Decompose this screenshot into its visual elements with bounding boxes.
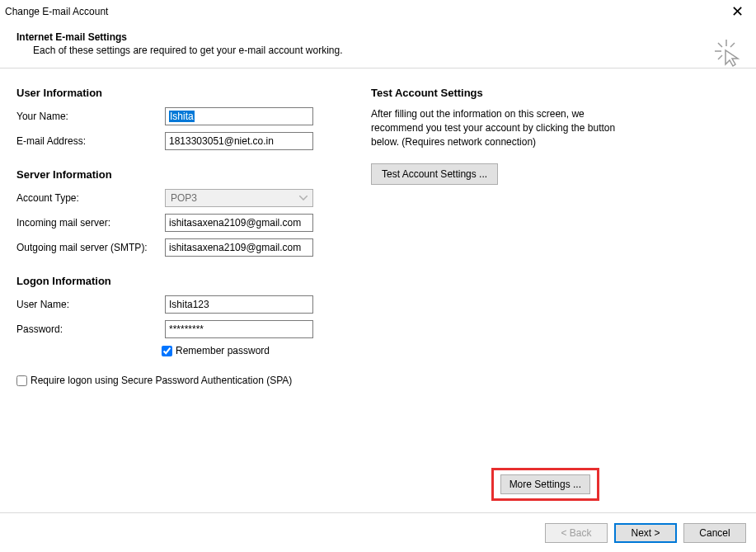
label-account-type: Account Type: <box>16 192 165 204</box>
label-incoming: Incoming mail server: <box>16 217 165 229</box>
test-account-button[interactable]: Test Account Settings ... <box>371 163 498 185</box>
svg-line-4 <box>718 55 722 59</box>
label-password: Password: <box>16 323 165 335</box>
account-type-dropdown: POP3 <box>165 189 313 207</box>
label-your-name: Your Name: <box>16 111 165 122</box>
more-settings-button[interactable]: More Settings ... <box>500 474 590 494</box>
your-name-field[interactable]: Ishita <box>165 107 313 125</box>
label-outgoing: Outgoing mail server (SMTP): <box>16 242 165 253</box>
wizard-footer: < Back Next > Cancel <box>0 512 756 552</box>
wizard-header: Internet E-mail Settings Each of these s… <box>0 23 756 68</box>
svg-line-2 <box>718 43 722 47</box>
header-subtitle: Each of these settings are required to g… <box>16 45 740 56</box>
spa-checkbox[interactable]: Require logon using Secure Password Auth… <box>16 375 292 386</box>
incoming-server-field[interactable] <box>165 214 313 232</box>
window-title: Change E-mail Account <box>5 6 108 17</box>
section-server-info: Server Information <box>16 168 355 181</box>
remember-password-checkbox[interactable]: Remember password <box>162 345 270 356</box>
username-field[interactable] <box>165 295 313 314</box>
section-user-info: User Information <box>16 87 355 99</box>
more-settings-highlight: More Settings ... <box>491 468 599 501</box>
outgoing-server-field[interactable] <box>165 238 313 257</box>
section-logon-info: Logon Information <box>16 275 355 287</box>
titlebar: Change E-mail Account ✕ <box>0 0 756 23</box>
email-field[interactable] <box>165 132 313 150</box>
cursor-icon <box>713 38 743 70</box>
header-title: Internet E-mail Settings <box>16 31 740 43</box>
account-type-value: POP3 <box>171 192 197 204</box>
close-icon[interactable]: ✕ <box>725 2 749 21</box>
your-name-value: Ishita <box>169 111 195 122</box>
remember-password-input[interactable] <box>162 346 172 356</box>
svg-line-3 <box>730 43 735 47</box>
remember-password-label: Remember password <box>176 345 270 356</box>
test-account-description: After filling out the information on thi… <box>371 107 627 149</box>
label-email: E-mail Address: <box>16 135 165 147</box>
cancel-button[interactable]: Cancel <box>683 523 746 543</box>
spa-input[interactable] <box>16 375 27 386</box>
chevron-down-icon <box>296 191 311 205</box>
spa-label: Require logon using Secure Password Auth… <box>31 375 292 386</box>
next-button[interactable]: Next > <box>614 523 677 543</box>
test-account-title: Test Account Settings <box>371 87 725 99</box>
password-field[interactable] <box>165 320 313 338</box>
back-button: < Back <box>545 523 608 543</box>
label-username: User Name: <box>16 299 165 310</box>
